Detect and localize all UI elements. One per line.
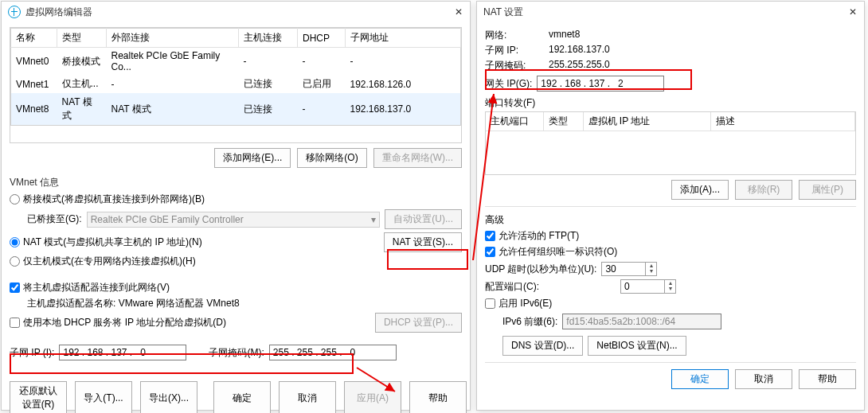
subnet-mask-label: 子网掩码(M): [209,346,264,360]
close-icon[interactable]: ✕ [848,7,858,17]
enable-ipv6-label: 启用 IPv6(E) [499,297,552,310]
bridge-radio[interactable] [10,194,20,205]
allow-oui-label: 允许任何组织唯一标识符(O) [499,245,617,259]
pf-col-hostport[interactable]: 主机端口 [486,112,543,131]
subnet-mask-value: 255.255.255.0 [549,59,610,72]
titlebar: 虚拟网络编辑器 ✕ [2,2,470,22]
col-name[interactable]: 名称 [11,29,57,48]
cancel-button[interactable]: 取消 [279,381,336,413]
port-forward-label: 端口转发(F) [485,96,856,110]
restore-defaults-button[interactable]: 还原默认设置(R) [10,381,67,413]
bridged-to-row: 已桥接至(G): Realtek PCIe GbE Family Control… [27,209,462,229]
config-port-input[interactable] [620,279,665,294]
host-adapter-check-label: 将主机虚拟适配器连接到此网络(V) [23,281,170,294]
rename-network-button[interactable]: 重命名网络(W)... [373,148,462,168]
pf-props-button[interactable]: 属性(P) [799,180,856,200]
ok-button[interactable]: 确定 [671,369,729,389]
port-forward-table-wrap: 主机端口 类型 虚拟机 IP 地址 描述 [485,111,856,175]
help-button[interactable]: 帮助 [799,369,856,389]
subnet-mask-input[interactable] [269,345,397,360]
pf-col-vmip[interactable]: 虚拟机 IP 地址 [583,112,710,131]
import-button[interactable]: 导入(T)... [75,381,132,413]
host-adapter-checkbox[interactable] [10,282,20,293]
allow-ftp-label: 允许活动的 FTP(T) [499,229,579,243]
host-adapter-name-value: VMware 网络适配器 VMnet8 [119,298,240,309]
port-forward-table[interactable]: 主机端口 类型 虚拟机 IP 地址 描述 [486,112,855,131]
host-adapter-check-row: 将主机虚拟适配器连接到此网络(V) [10,281,462,294]
col-ext[interactable]: 外部连接 [107,29,239,48]
export-button[interactable]: 导出(X)... [140,381,197,413]
dns-settings-button[interactable]: DNS 设置(D)... [502,336,583,356]
network-row: 网络: vmnet8 [485,29,856,42]
col-subnet[interactable]: 子网地址 [346,29,461,48]
pf-col-type[interactable]: 类型 [543,112,583,131]
close-icon[interactable]: ✕ [454,7,463,17]
netbios-settings-button[interactable]: NetBIOS 设置(N)... [588,336,686,356]
bridge-radio-row: 桥接模式(将虚拟机直接连接到外部网络)(B) [10,193,462,206]
subnet-ip-input[interactable] [59,345,186,360]
subnet-mask-label: 子网掩码: [485,59,541,72]
col-host[interactable]: 主机连接 [239,29,298,48]
udp-timeout-input[interactable] [601,262,646,276]
config-port-spinner[interactable]: ▴▾ [620,279,676,294]
titlebar: NAT 设置 ✕ [477,2,864,22]
table-row[interactable]: VMnet1 仅主机... - 已连接 已启用 192.168.126.0 [11,75,461,93]
nat-settings-dialog: NAT 设置 ✕ 网络: vmnet8 子网 IP: 192.168.137.0… [476,1,865,411]
pf-remove-button[interactable]: 移除(R) [735,180,792,200]
gateway-label: 网关 IP(G): [485,77,532,91]
dhcp-checkbox[interactable] [10,318,20,328]
udp-timeout-spinner[interactable]: ▴▾ [601,262,657,276]
dns-netbios-row: DNS 设置(D)... NetBIOS 设置(N)... [502,336,856,356]
dialog-title: 虚拟网络编辑器 [25,6,454,19]
ipv6-prefix-input[interactable] [562,314,721,329]
nat-settings-button[interactable]: NAT 设置(S)... [384,232,462,252]
bridged-to-select[interactable]: Realtek PCIe GbE Family Controller [87,212,381,228]
subnet-row: 子网 IP (I): 子网掩码(M): [10,345,462,360]
hostonly-radio[interactable] [10,256,20,267]
add-network-button[interactable]: 添加网络(E)... [214,148,291,168]
nat-radio[interactable] [10,237,20,247]
pf-col-desc[interactable]: 描述 [710,112,855,131]
virtual-network-editor-dialog: 虚拟网络编辑器 ✕ 名称 类型 外部连接 主机连接 DHCP 子网地址 VMne… [1,1,471,411]
gateway-input[interactable] [537,76,664,92]
col-dhcp[interactable]: DHCP [298,29,346,48]
hostonly-radio-row: 仅主机模式(在专用网络内连接虚拟机)(H) [10,255,462,268]
auto-settings-button[interactable]: 自动设置(U)... [385,209,462,229]
dhcp-settings-button[interactable]: DHCP 设置(P)... [375,313,462,333]
subnet-mask-row: 子网掩码: 255.255.255.0 [485,59,856,72]
network-buttons: 添加网络(E)... 移除网络(O) 重命名网络(W)... [10,148,462,168]
table-row[interactable]: VMnet8 NAT 模式 NAT 模式 已连接 - 192.168.137.0 [11,93,461,126]
table-row[interactable]: VMnet0 桥接模式 Realtek PCIe GbE Family Co..… [11,48,461,76]
remove-network-button[interactable]: 移除网络(O) [297,148,366,168]
udp-timeout-row: UDP 超时(以秒为单位)(U): ▴▾ [485,262,856,276]
advanced-label: 高级 [485,213,856,227]
allow-oui-checkbox[interactable] [485,247,495,257]
allow-oui-row: 允许任何组织唯一标识符(O) [485,245,856,259]
pf-add-button[interactable]: 添加(A)... [671,180,729,200]
bridge-radio-label: 桥接模式(将虚拟机直接连接到外部网络)(B) [23,193,205,206]
globe-icon [8,6,21,18]
allow-ftp-row: 允许活动的 FTP(T) [485,229,856,243]
enable-ipv6-row: 启用 IPv6(E) [485,297,856,310]
dhcp-check-row: 使用本地 DHCP 服务将 IP 地址分配给虚拟机(D) DHCP 设置(P).… [10,313,462,333]
enable-ipv6-checkbox[interactable] [485,298,495,309]
spin-down-icon[interactable]: ▾ [665,286,675,291]
vmnet-table[interactable]: 名称 类型 外部连接 主机连接 DHCP 子网地址 VMnet0 桥接模式 Re… [10,28,461,126]
dialog-title: NAT 设置 [483,6,848,19]
apply-button[interactable]: 应用(A) [344,381,401,413]
help-button[interactable]: 帮助 [409,381,467,413]
udp-timeout-label: UDP 超时(以秒为单位)(U): [485,263,596,276]
cancel-button[interactable]: 取消 [735,369,792,389]
ok-button[interactable]: 确定 [213,381,271,413]
allow-ftp-checkbox[interactable] [485,231,495,241]
spin-down-icon[interactable]: ▾ [646,268,656,274]
bottom-buttons: 确定 取消 帮助 [485,369,856,389]
dhcp-check-label: 使用本地 DHCP 服务将 IP 地址分配给虚拟机(D) [23,316,226,329]
dialog-content: 网络: vmnet8 子网 IP: 192.168.137.0 子网掩码: 25… [477,22,864,397]
col-type[interactable]: 类型 [57,29,107,48]
network-label: 网络: [485,29,541,42]
host-adapter-name-label: 主机虚拟适配器名称: [27,298,119,309]
bridged-to-label: 已桥接至(G): [27,212,82,226]
bottom-buttons: 还原默认设置(R) 导入(T)... 导出(X)... 确定 取消 应用(A) … [10,381,462,413]
subnet-ip-value: 192.168.137.0 [549,44,610,57]
